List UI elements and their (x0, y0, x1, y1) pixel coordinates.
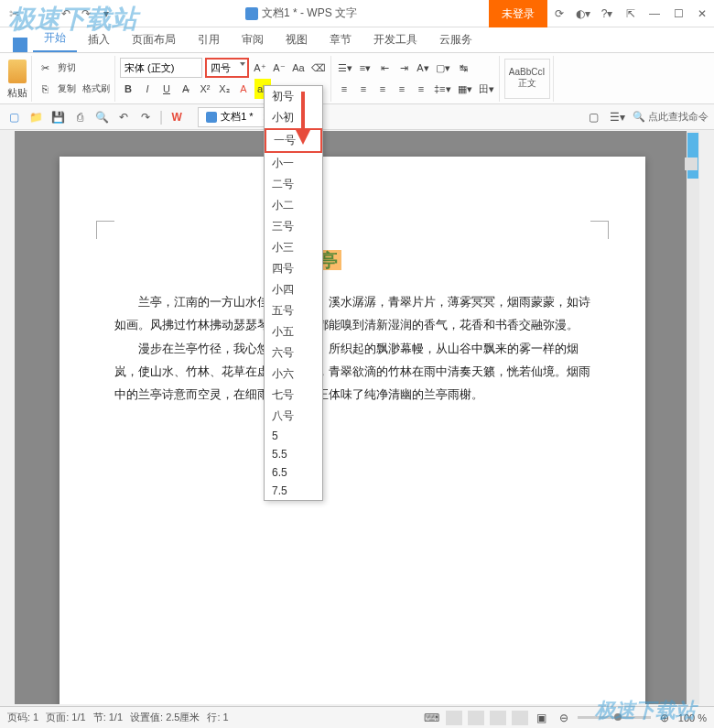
grow-font-button[interactable]: A⁺ (252, 58, 268, 78)
size-item[interactable]: 5 (265, 427, 322, 445)
align-justify-button[interactable]: ≡ (394, 79, 410, 99)
change-case-button[interactable]: Aa (290, 58, 307, 78)
size-item[interactable]: 7.5 (265, 482, 322, 500)
size-item[interactable]: 三号 (265, 216, 322, 237)
numbering-button[interactable]: ≡▾ (357, 58, 373, 78)
minimize-button[interactable]: — (643, 0, 666, 27)
size-item[interactable]: 小六 (265, 364, 322, 385)
shading-button[interactable]: ▦▾ (456, 79, 474, 99)
zoom-slider[interactable] (578, 716, 651, 719)
page[interactable]: 兰亭 兰亭，江南的一方山水佳境， 溪水潺潺，青翠片片，薄雾冥冥，烟雨蒙蒙，如诗如… (60, 157, 645, 704)
tab-cloud[interactable]: 云服务 (428, 27, 483, 52)
wps-home-icon[interactable]: W (168, 109, 185, 125)
bold-button[interactable]: B (120, 79, 136, 99)
align-distribute-button[interactable]: ≡ (413, 79, 429, 99)
login-button[interactable]: 未登录 (489, 0, 547, 27)
zoom-out-button[interactable]: ▣ (534, 710, 550, 726)
wps-menu-icon[interactable] (13, 38, 27, 52)
indent-left-button[interactable]: ⇤ (376, 58, 393, 78)
tab-section[interactable]: 章节 (319, 27, 362, 52)
border-button[interactable]: ▢▾ (434, 58, 452, 78)
size-item[interactable]: 五号 (265, 300, 322, 321)
zoom-level[interactable]: 100 % (678, 712, 707, 723)
maximize-button[interactable]: ☐ (666, 0, 690, 27)
sync-icon[interactable]: ⟳ (547, 0, 571, 27)
redo-icon[interactable]: ↷ (137, 109, 154, 125)
align-left-button[interactable]: ≡ (336, 79, 352, 99)
size-item[interactable]: 二号 (265, 174, 322, 195)
close-button[interactable]: ✕ (690, 0, 714, 27)
sidebar-toggle-icon[interactable] (685, 158, 698, 170)
open-icon[interactable]: 📁 (27, 109, 44, 125)
screen-icon[interactable]: ▢ (585, 109, 601, 125)
preview-icon[interactable]: 🔍 (93, 109, 110, 125)
bullets-button[interactable]: ☰▾ (336, 58, 354, 78)
phonetic-button[interactable]: A▾ (415, 58, 431, 78)
save-icon[interactable]: ▾ (99, 6, 114, 21)
size-item[interactable]: 小一 (265, 153, 322, 174)
size-item[interactable]: 四号 (265, 258, 322, 279)
subscript-button[interactable]: X₂ (216, 79, 233, 99)
shrink-font-button[interactable]: A⁻ (271, 58, 287, 78)
skin-icon[interactable]: ◐▾ (571, 0, 595, 27)
print-icon[interactable]: ⎙ (71, 109, 88, 125)
size-item[interactable]: 小五 (265, 321, 322, 342)
vertical-scrollbar[interactable] (687, 131, 699, 704)
save-icon[interactable]: 💾 (49, 109, 66, 125)
tab-button[interactable]: ↹ (455, 58, 471, 78)
size-item[interactable]: 七号 (265, 385, 322, 406)
paste-icon[interactable] (8, 60, 27, 83)
superscript-button[interactable]: X² (197, 79, 213, 99)
clear-format-button[interactable]: ⌫ (309, 58, 328, 78)
feedback-icon[interactable]: ?▾ (595, 0, 619, 27)
size-item[interactable]: 小三 (265, 237, 322, 258)
size-item[interactable]: 小二 (265, 195, 322, 216)
font-size-select[interactable]: 四号 (205, 58, 249, 78)
cut-button[interactable]: ✂ (37, 58, 53, 78)
format-painter-button[interactable]: 格式刷 (81, 79, 112, 99)
zoom-plus-button[interactable]: ⊕ (656, 710, 673, 726)
view-outline-button[interactable] (468, 711, 484, 725)
document-title[interactable]: 兰亭 (114, 248, 590, 273)
tab-view[interactable]: 视图 (275, 27, 319, 52)
scrollbar-thumb[interactable] (687, 133, 698, 179)
size-item[interactable]: 小四 (265, 279, 322, 300)
align-center-button[interactable]: ≡ (355, 79, 372, 99)
spellcheck-icon[interactable]: ⌨ (424, 710, 440, 726)
redo-icon[interactable]: ↷ (79, 6, 93, 21)
italic-button[interactable]: I (139, 79, 156, 99)
undo-icon[interactable]: ↶ (59, 6, 73, 21)
tab-review[interactable]: 审阅 (231, 27, 275, 52)
style-normal[interactable]: AaBbCcI 正文 (504, 59, 550, 99)
list-icon[interactable]: ☰▾ (609, 109, 625, 125)
borders-button[interactable]: 田▾ (477, 79, 496, 99)
align-right-button[interactable]: ≡ (374, 79, 391, 99)
view-read-button[interactable] (512, 711, 528, 725)
indent-right-button[interactable]: ⇥ (395, 58, 412, 78)
underline-button[interactable]: U (158, 79, 175, 99)
font-size-dropdown[interactable]: 初号 小初 一号 小一 二号 小二 三号 小三 四号 小四 五号 小五 六号 小… (264, 85, 323, 501)
document-body[interactable]: 兰亭，江南的一方山水佳境， 溪水潺潺，青翠片片，薄雾冥冥，烟雨蒙蒙，如诗如画。风… (114, 291, 590, 406)
zoom-minus-button[interactable]: ⊖ (556, 710, 572, 726)
font-name-select[interactable]: 宋体 (正文) (120, 58, 202, 78)
new-icon[interactable]: ▢ (5, 109, 22, 125)
line-spacing-button[interactable]: ‡≡▾ (432, 79, 453, 99)
undo-icon[interactable]: ↶ (115, 109, 132, 125)
view-print-button[interactable] (446, 711, 462, 725)
document-area[interactable]: 兰亭 兰亭，江南的一方山水佳境， 溪水潺潺，青翠片片，薄雾冥冥，烟雨蒙蒙，如诗如… (15, 131, 690, 704)
upload-icon[interactable]: ⇱ (619, 0, 643, 27)
size-item[interactable]: 5.5 (265, 445, 322, 463)
size-item[interactable]: 八号 (265, 406, 322, 427)
size-item[interactable]: 6.5 (265, 463, 322, 482)
search-command[interactable]: 🔍 点此查找命令 (633, 110, 709, 124)
tab-insert[interactable]: 插入 (77, 27, 121, 52)
size-item[interactable]: 六号 (265, 342, 322, 364)
font-color-button[interactable]: A (235, 79, 252, 99)
strike-button[interactable]: A̶ (178, 79, 194, 99)
tab-layout[interactable]: 页面布局 (121, 27, 187, 52)
view-web-button[interactable] (490, 711, 506, 725)
tab-start[interactable]: 开始 (33, 26, 77, 52)
tab-reference[interactable]: 引用 (187, 27, 231, 52)
copy-button[interactable]: ⎘ (37, 79, 53, 99)
tab-dev[interactable]: 开发工具 (362, 27, 428, 52)
